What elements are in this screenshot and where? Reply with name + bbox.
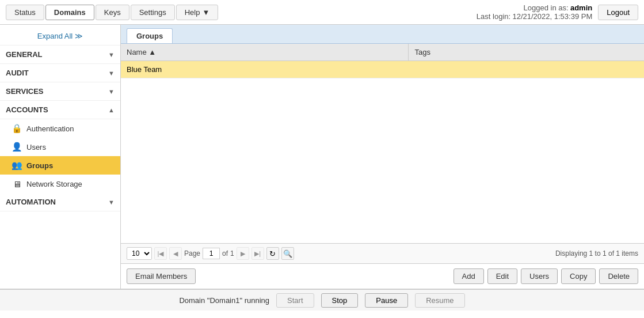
chevron-icon: ▼ xyxy=(108,88,115,95)
groups-table: Name ▲ Tags Blue Team xyxy=(121,44,644,78)
action-bar: Email Members Add Edit Users Copy Delete xyxy=(121,263,644,289)
chevron-icon: ▼ xyxy=(108,199,115,206)
column-header-name: Name ▲ xyxy=(121,44,409,61)
cell-name: Blue Team xyxy=(121,61,409,78)
chevron-down-icon: ▼ xyxy=(202,8,209,17)
table-header-row: Name ▲ Tags xyxy=(121,44,644,61)
copy-button[interactable]: Copy xyxy=(561,268,596,284)
domain-status-text: Domain "Domain1" running xyxy=(179,296,269,305)
nav-buttons: Status Domains Keys Settings Help ▼ xyxy=(6,5,218,20)
pagination-controls: 10 25 50 |◀ ◀ Page of 1 ▶ ▶| ↻ 🔍 xyxy=(127,247,294,260)
nav-keys[interactable]: Keys xyxy=(96,5,129,20)
displaying-label: Displaying 1 to 1 of 1 items xyxy=(555,249,638,258)
per-page-select[interactable]: 10 25 50 xyxy=(127,247,152,260)
nav-help[interactable]: Help ▼ xyxy=(176,5,219,20)
status-bar: Domain "Domain1" running Start Stop Paus… xyxy=(0,289,644,311)
sidebar-section-general[interactable]: GENERAL ▼ xyxy=(0,46,120,64)
sidebar-section-automation[interactable]: AUTOMATION ▼ xyxy=(0,193,120,211)
expand-all-icon: ≫ xyxy=(75,32,83,40)
action-right: Add Edit Users Copy Delete xyxy=(454,268,638,284)
tab-groups[interactable]: Groups xyxy=(127,28,173,43)
pause-button[interactable]: Pause xyxy=(365,293,408,308)
groups-table-wrapper: Name ▲ Tags Blue Team xyxy=(121,44,644,243)
last-page-button[interactable]: ▶| xyxy=(251,247,264,260)
chevron-icon: ▼ xyxy=(108,51,115,58)
username-label: admin xyxy=(570,3,592,12)
cell-tags xyxy=(409,61,644,78)
email-members-button[interactable]: Email Members xyxy=(127,268,196,284)
expand-all-button[interactable]: Expand All ≫ xyxy=(0,27,120,46)
nav-settings[interactable]: Settings xyxy=(131,5,175,20)
action-left: Email Members xyxy=(127,268,196,284)
sidebar-section-services[interactable]: SERVICES ▼ xyxy=(0,82,120,101)
top-navigation: Status Domains Keys Settings Help ▼ Logg… xyxy=(0,0,644,25)
content-area: Groups Name ▲ Tags Blue Team xyxy=(121,25,644,289)
page-of-label: of xyxy=(222,249,228,258)
sidebar-item-network-storage[interactable]: 🖥 Network Storage xyxy=(0,175,120,193)
stop-button[interactable]: Stop xyxy=(321,293,359,308)
user-icon: 👤 xyxy=(12,142,22,152)
refresh-button[interactable]: ↻ xyxy=(266,247,279,260)
sidebar-item-groups[interactable]: 👥 Groups xyxy=(0,156,120,175)
first-page-button[interactable]: |◀ xyxy=(154,247,167,260)
chevron-up-icon: ▲ xyxy=(108,107,115,113)
nav-status[interactable]: Status xyxy=(6,5,44,20)
nav-domains[interactable]: Domains xyxy=(45,5,94,20)
sidebar-section-accounts[interactable]: ACCOUNTS ▲ xyxy=(0,101,120,119)
user-info-area: Logged in as: admin Last login: 12/21/20… xyxy=(477,3,638,21)
sidebar-item-users[interactable]: 👤 Users xyxy=(0,138,120,156)
chevron-icon: ▼ xyxy=(108,70,115,77)
delete-button[interactable]: Delete xyxy=(599,268,638,284)
page-total: 1 xyxy=(230,249,234,258)
search-button[interactable]: 🔍 xyxy=(281,247,294,260)
users-button[interactable]: Users xyxy=(521,268,558,284)
table-row[interactable]: Blue Team xyxy=(121,61,644,78)
page-input[interactable] xyxy=(203,248,220,259)
column-header-tags: Tags xyxy=(409,44,644,61)
main-layout: Expand All ≫ GENERAL ▼ AUDIT ▼ SERVICES … xyxy=(0,25,644,289)
tab-bar: Groups xyxy=(121,25,644,44)
edit-button[interactable]: Edit xyxy=(487,268,517,284)
network-storage-icon: 🖥 xyxy=(12,179,22,189)
prev-page-button[interactable]: ◀ xyxy=(169,247,182,260)
sidebar-section-audit[interactable]: AUDIT ▼ xyxy=(0,64,120,82)
search-icon: 🔍 xyxy=(283,249,292,258)
next-page-button[interactable]: ▶ xyxy=(237,247,249,260)
pagination-bar: 10 25 50 |◀ ◀ Page of 1 ▶ ▶| ↻ 🔍 Dis xyxy=(121,243,644,263)
lock-icon: 🔒 xyxy=(12,123,22,134)
page-label: Page xyxy=(184,249,200,258)
last-login-value: 12/21/2022, 1:53:39 PM xyxy=(512,12,592,21)
sidebar: Expand All ≫ GENERAL ▼ AUDIT ▼ SERVICES … xyxy=(0,25,121,289)
logged-in-info: Logged in as: admin Last login: 12/21/20… xyxy=(477,3,592,21)
refresh-icon: ↻ xyxy=(269,249,276,258)
group-icon: 👥 xyxy=(12,160,22,171)
start-button[interactable]: Start xyxy=(276,293,314,308)
add-button[interactable]: Add xyxy=(454,268,484,284)
logout-button[interactable]: Logout xyxy=(598,5,638,20)
resume-button[interactable]: Resume xyxy=(415,293,464,308)
sidebar-item-authentication[interactable]: 🔒 Authentication xyxy=(0,119,120,138)
